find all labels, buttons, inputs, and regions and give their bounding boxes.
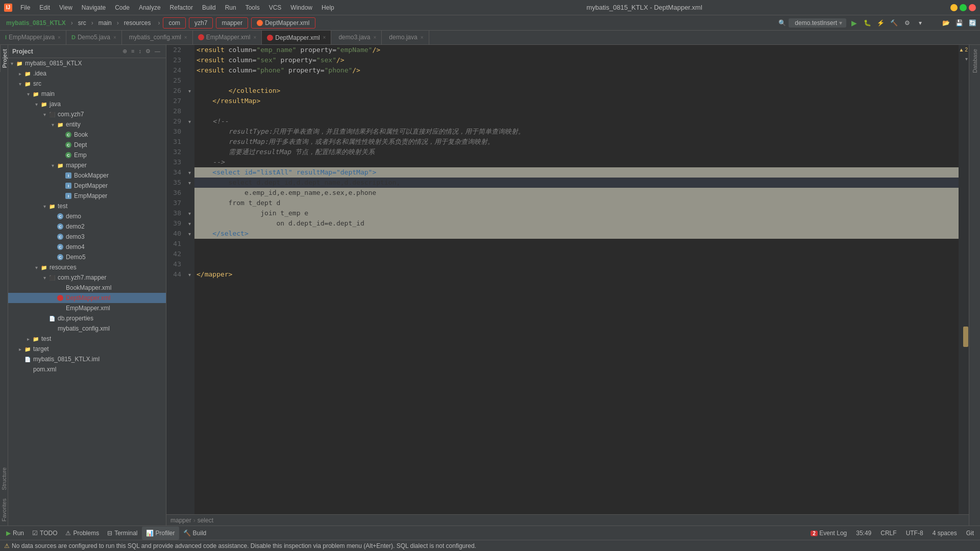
- run-status-btn[interactable]: ▶ Run: [2, 527, 28, 540]
- tab-close-empmapper[interactable]: ×: [58, 35, 61, 40]
- tree-arrow-resources[interactable]: ▾: [33, 265, 40, 270]
- fold-34[interactable]: ▾: [184, 167, 194, 178]
- fold-40[interactable]: ▾: [184, 229, 194, 239]
- menu-edit[interactable]: Edit: [35, 3, 54, 12]
- breadcrumb-tab-com[interactable]: com: [163, 17, 186, 29]
- tree-item-idea[interactable]: ▸ 📁 .idea: [8, 68, 166, 79]
- tree-arrow-test-folder[interactable]: ▾: [41, 204, 48, 209]
- fold-26[interactable]: ▾: [184, 86, 194, 96]
- tree-item-test-folder[interactable]: ▾ 📁 test: [8, 201, 166, 211]
- run-with-coverage-button[interactable]: ⚡: [875, 17, 886, 29]
- tree-arrow-target[interactable]: ▸: [16, 346, 23, 352]
- database-label[interactable]: Database: [971, 45, 979, 77]
- menu-analyze[interactable]: Analyze: [135, 3, 165, 12]
- tree-item-bookmapper[interactable]: I BookMapper: [8, 170, 166, 181]
- menu-build[interactable]: Build: [198, 3, 220, 12]
- tree-item-empmapper-xml[interactable]: EmpMapper.xml: [8, 303, 166, 313]
- tree-item-demo3[interactable]: C demo3: [8, 232, 166, 242]
- close-button[interactable]: [969, 4, 976, 11]
- tree-item-demo2[interactable]: C demo2: [8, 221, 166, 232]
- tab-close-empmapper-xml[interactable]: ×: [253, 35, 256, 40]
- tree-item-src[interactable]: ▾ 📁 src: [8, 79, 166, 89]
- tab-demo3-java[interactable]: demo3.java ×: [331, 31, 382, 44]
- menu-view[interactable]: View: [55, 3, 77, 12]
- tree-arrow-comyzh7[interactable]: ▾: [41, 112, 48, 117]
- tree-arrow-test-root[interactable]: ▸: [24, 336, 32, 342]
- tree-item-java[interactable]: ▾ 📁 java: [8, 99, 166, 109]
- run-config-dropdown[interactable]: ▾: [839, 19, 842, 27]
- error-badge-item[interactable]: 2 Event Log: [806, 529, 851, 538]
- tab-empmapper-java[interactable]: I EmpMapper.java ×: [0, 31, 66, 44]
- debug-button[interactable]: 🐛: [862, 17, 873, 29]
- tree-item-package-comyzh7[interactable]: ▾ ⬛ com.yzh7: [8, 109, 166, 119]
- build-status-btn[interactable]: 🔨 Build: [179, 527, 211, 540]
- tree-item-target[interactable]: ▸ 📁 target: [8, 344, 166, 354]
- window-controls[interactable]: [950, 4, 976, 11]
- tree-arrow-root[interactable]: ▾: [8, 61, 15, 66]
- indent-item[interactable]: 4 spaces: [928, 529, 961, 538]
- toolbar-icon-3[interactable]: 🔄: [967, 17, 978, 29]
- tree-item-pom[interactable]: pom.xml: [8, 364, 166, 374]
- tree-arrow-java[interactable]: ▾: [33, 102, 40, 107]
- project-panel-label[interactable]: Project: [0, 45, 8, 72]
- terminal-status-btn[interactable]: ⊟ Terminal: [103, 527, 141, 540]
- tree-item-test-root[interactable]: ▸ 📁 test: [8, 334, 166, 344]
- search-icon[interactable]: 🔍: [777, 18, 787, 28]
- scroll-indicator[interactable]: [963, 327, 968, 347]
- nav-resources[interactable]: resources: [120, 18, 155, 28]
- panel-settings-btn[interactable]: ⚙: [144, 47, 152, 56]
- tab-close-demo5[interactable]: ×: [113, 35, 116, 40]
- tab-close-mybatis[interactable]: ×: [184, 35, 187, 40]
- tab-demo-java[interactable]: demo.java ×: [382, 31, 429, 44]
- position-item[interactable]: 35:49: [852, 529, 875, 538]
- tab-close-deptmapper[interactable]: ×: [323, 35, 326, 40]
- tree-item-main[interactable]: ▾ 📁 main: [8, 89, 166, 99]
- tree-arrow-comyzh7mapper[interactable]: ▾: [41, 275, 48, 281]
- settings-icon[interactable]: ⚙: [901, 17, 913, 29]
- menu-code[interactable]: Code: [111, 3, 134, 12]
- tree-item-mybatis-config-tree[interactable]: mybatis_config.xml: [8, 323, 166, 334]
- tree-item-dept[interactable]: C Dept: [8, 140, 166, 150]
- tab-close-demo[interactable]: ×: [421, 35, 424, 40]
- tree-item-mapper-pkg[interactable]: ▾ 📁 mapper: [8, 160, 166, 170]
- fold-38[interactable]: ▾: [184, 208, 194, 218]
- menu-vcs[interactable]: VCS: [265, 3, 286, 12]
- tab-deptmapper-xml[interactable]: DeptMapper.xml ×: [262, 31, 331, 44]
- panel-add-btn[interactable]: ⊕: [121, 47, 129, 56]
- expand-warnings[interactable]: ▾: [965, 55, 968, 62]
- menu-bar[interactable]: File Edit View Navigate Code Analyze Ref…: [16, 3, 338, 12]
- git-item[interactable]: Git: [962, 529, 978, 538]
- nav-src[interactable]: src: [74, 18, 90, 28]
- tree-item-deptmapper-xml[interactable]: DeptMapper.xml: [8, 293, 166, 303]
- menu-file[interactable]: File: [16, 3, 34, 12]
- toolbar-icon-1[interactable]: 📂: [940, 17, 951, 29]
- tree-item-iml[interactable]: 📄 mybatis_0815_KTLX.iml: [8, 354, 166, 364]
- tree-arrow-mapper-pkg[interactable]: ▾: [49, 163, 56, 168]
- tree-item-deptmapper-if[interactable]: I DeptMapper: [8, 181, 166, 191]
- menu-window[interactable]: Window: [286, 3, 316, 12]
- panel-collapse-btn[interactable]: ≡: [130, 47, 136, 56]
- tree-item-dbprops[interactable]: 📄 db.properties: [8, 313, 166, 323]
- menu-refactor[interactable]: Refactor: [166, 3, 197, 12]
- run-button[interactable]: ▶: [848, 17, 860, 29]
- tab-close-demo3[interactable]: ×: [373, 35, 376, 40]
- tree-arrow-entity[interactable]: ▾: [49, 122, 56, 128]
- breadcrumb-tab-mapper[interactable]: mapper: [216, 17, 248, 29]
- breadcrumb-tab-yzh7[interactable]: yzh7: [189, 17, 213, 29]
- menu-help[interactable]: Help: [317, 3, 338, 12]
- fold-44[interactable]: ▾: [184, 269, 194, 280]
- run-config[interactable]: demo.testInsert ▾: [789, 18, 846, 28]
- code-editor[interactable]: 22 23 24 25 26 27 28 29 30 31 32 33 34 3…: [166, 45, 969, 514]
- menu-navigate[interactable]: Navigate: [78, 3, 110, 12]
- build-button[interactable]: 🔨: [888, 17, 899, 29]
- fold-29[interactable]: ▾: [184, 116, 194, 127]
- todo-status-btn[interactable]: ☑ TODO: [28, 527, 61, 540]
- nav-project-root[interactable]: mybatis_0815_KTLX: [2, 18, 70, 28]
- tree-item-entity[interactable]: ▾ 📁 entity: [8, 119, 166, 130]
- breadcrumb-select[interactable]: select: [198, 517, 213, 524]
- minimize-button[interactable]: [950, 4, 958, 11]
- tree-item-resources[interactable]: ▾ 📁 resources: [8, 262, 166, 272]
- encoding-item[interactable]: UTF-8: [902, 529, 927, 538]
- tree-item-bookmapper-xml[interactable]: BookMapper.xml: [8, 283, 166, 293]
- tree-arrow-src[interactable]: ▾: [16, 81, 23, 87]
